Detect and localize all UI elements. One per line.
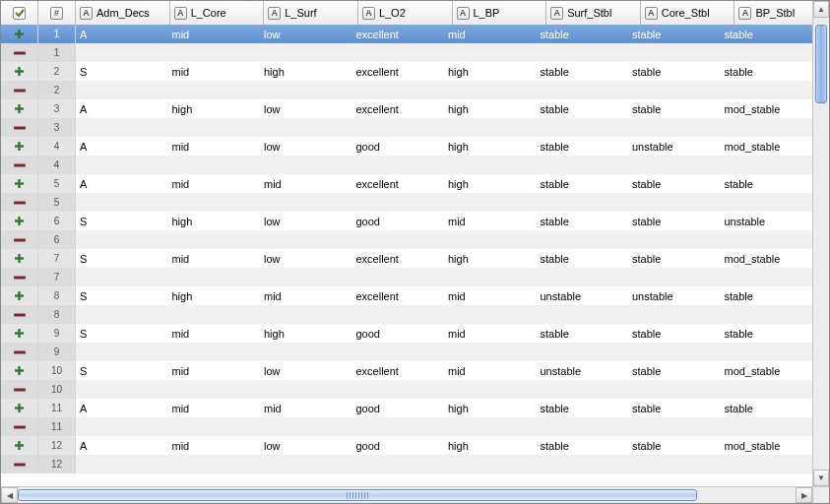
- data-cell[interactable]: mod_stable: [721, 249, 813, 268]
- data-cell[interactable]: [537, 156, 629, 174]
- data-cell[interactable]: stable: [628, 62, 721, 81]
- data-cell[interactable]: excellent: [352, 361, 445, 380]
- data-cell[interactable]: mid: [444, 324, 537, 343]
- row-state-cell[interactable]: [1, 62, 38, 81]
- data-cell[interactable]: unstable: [628, 286, 721, 305]
- table-row[interactable]: 8: [1, 305, 812, 324]
- row-state-cell[interactable]: [1, 25, 38, 43]
- data-cell[interactable]: [352, 417, 445, 436]
- data-cell[interactable]: stable: [721, 174, 813, 193]
- data-cell[interactable]: A: [76, 137, 168, 156]
- data-cell[interactable]: mid: [444, 286, 537, 305]
- horizontal-scroll-thumb[interactable]: [18, 489, 697, 501]
- data-cell[interactable]: mid: [168, 25, 261, 43]
- data-cell[interactable]: [76, 380, 168, 399]
- data-cell[interactable]: [628, 43, 721, 62]
- data-cell[interactable]: [260, 455, 352, 473]
- data-cell[interactable]: mid: [168, 399, 261, 417]
- data-cell[interactable]: excellent: [352, 99, 445, 118]
- data-cell[interactable]: A: [76, 25, 168, 43]
- data-cell[interactable]: low: [260, 212, 352, 230]
- data-cell[interactable]: [76, 43, 168, 62]
- row-state-cell[interactable]: [1, 361, 38, 380]
- data-cell[interactable]: mid: [444, 212, 537, 230]
- data-cell[interactable]: [352, 380, 445, 399]
- data-cell[interactable]: excellent: [352, 62, 445, 81]
- data-cell[interactable]: stable: [628, 436, 721, 455]
- data-cell[interactable]: high: [444, 99, 537, 118]
- table-row[interactable]: 9Smidhighgoodmidstablestablestable: [1, 324, 812, 343]
- data-cell[interactable]: [537, 343, 629, 361]
- data-cell[interactable]: high: [444, 399, 537, 417]
- row-state-cell[interactable]: [1, 212, 38, 230]
- table-row[interactable]: 6: [1, 230, 812, 249]
- data-cell[interactable]: S: [76, 62, 168, 81]
- header-row-number[interactable]: #: [38, 1, 76, 25]
- data-cell[interactable]: unstable: [537, 361, 629, 380]
- data-cell[interactable]: mid: [260, 286, 352, 305]
- data-cell[interactable]: [721, 193, 813, 212]
- header-row-state[interactable]: [1, 1, 38, 25]
- table-row[interactable]: 2Smidhighexcellenthighstablestablestable: [1, 62, 812, 81]
- data-cell[interactable]: mid: [168, 137, 261, 156]
- row-state-cell[interactable]: [1, 286, 38, 305]
- data-cell[interactable]: [352, 81, 445, 99]
- data-cell[interactable]: good: [352, 399, 445, 417]
- header-Adm_Decs[interactable]: AAdm_Decs: [76, 1, 170, 25]
- data-cell[interactable]: good: [352, 212, 445, 230]
- data-cell[interactable]: low: [260, 25, 352, 43]
- header-Surf_Stbl[interactable]: ASurf_Stbl: [546, 1, 641, 25]
- table-row[interactable]: 6Shighlowgoodmidstablestableunstable: [1, 212, 812, 230]
- data-cell[interactable]: low: [260, 137, 352, 156]
- data-cell[interactable]: [352, 268, 445, 286]
- data-cell[interactable]: [168, 380, 261, 399]
- data-cell[interactable]: [444, 268, 537, 286]
- header-L_BP[interactable]: AL_BP: [453, 1, 547, 25]
- data-cell[interactable]: [168, 43, 261, 62]
- row-state-cell[interactable]: [1, 156, 38, 174]
- data-cell[interactable]: [628, 81, 721, 99]
- data-cell[interactable]: mid: [444, 25, 537, 43]
- data-cell[interactable]: mid: [260, 399, 352, 417]
- data-cell[interactable]: stable: [628, 25, 721, 43]
- scroll-up-button[interactable]: ▲: [813, 1, 829, 18]
- data-cell[interactable]: [537, 193, 629, 212]
- data-cell[interactable]: stable: [721, 399, 813, 417]
- data-cell[interactable]: stable: [721, 25, 813, 43]
- data-cell[interactable]: [76, 417, 168, 436]
- data-cell[interactable]: high: [168, 212, 261, 230]
- data-cell[interactable]: [721, 81, 813, 99]
- data-cell[interactable]: mod_stable: [721, 436, 813, 455]
- vertical-scrollbar[interactable]: ▲ ▼: [812, 1, 829, 486]
- data-cell[interactable]: [444, 43, 537, 62]
- row-state-cell[interactable]: [1, 118, 38, 137]
- data-cell[interactable]: [168, 118, 261, 137]
- data-cell[interactable]: [444, 380, 537, 399]
- data-cell[interactable]: stable: [537, 174, 629, 193]
- data-cell[interactable]: [444, 118, 537, 137]
- data-cell[interactable]: [537, 305, 629, 324]
- data-cell[interactable]: [168, 455, 261, 473]
- table-row[interactable]: 5Amidmidexcellenthighstablestablestable: [1, 174, 812, 193]
- row-state-cell[interactable]: [1, 436, 38, 455]
- data-cell[interactable]: [352, 118, 445, 137]
- data-cell[interactable]: stable: [537, 25, 629, 43]
- table-row[interactable]: 8Shighmidexcellentmidunstableunstablesta…: [1, 286, 812, 305]
- data-cell[interactable]: high: [168, 99, 261, 118]
- data-cell[interactable]: [444, 455, 537, 473]
- table-row[interactable]: 11: [1, 417, 812, 436]
- data-cell[interactable]: [721, 43, 813, 62]
- data-cell[interactable]: [260, 305, 352, 324]
- data-cell[interactable]: [628, 118, 721, 137]
- row-state-cell[interactable]: [1, 455, 38, 473]
- data-cell[interactable]: [537, 417, 629, 436]
- row-state-cell[interactable]: [1, 43, 38, 62]
- data-cell[interactable]: unstable: [537, 286, 629, 305]
- table-row[interactable]: 3Ahighlowexcellenthighstablestablemod_st…: [1, 99, 812, 118]
- data-cell[interactable]: stable: [537, 62, 629, 81]
- data-cell[interactable]: [628, 417, 721, 436]
- data-cell[interactable]: [76, 305, 168, 324]
- data-cell[interactable]: [260, 156, 352, 174]
- table-row[interactable]: 7: [1, 268, 812, 286]
- row-state-cell[interactable]: [1, 324, 38, 343]
